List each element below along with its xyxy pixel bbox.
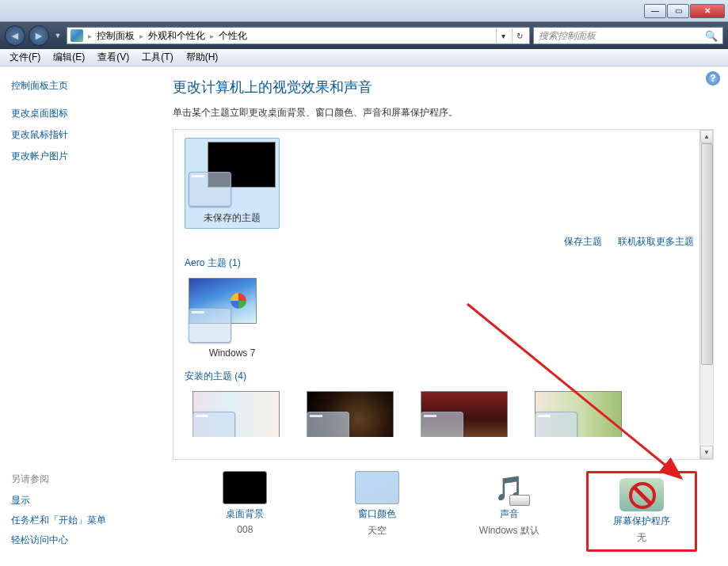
setting-desktop-background[interactable]: 桌面背景 008	[189, 471, 300, 535]
setting-value: Windows 默认	[479, 524, 539, 538]
navbar: ◄ ► ▼ ▸ 控制面板 ▸ 外观和个性化 ▸ 个性化 ▾ ↻ 搜索控制面板 🔍	[0, 22, 728, 49]
setting-value: 无	[637, 531, 646, 545]
sidebar-ease-of-access[interactable]: 轻松访问中心	[11, 534, 147, 547]
menu-tools[interactable]: 工具(T)	[135, 49, 179, 66]
sidebar: 控制面板主页 更改桌面图标 更改鼠标指针 更改帐户图片 另请参阅 显示 任务栏和…	[0, 66, 158, 566]
breadcrumb-sep: ▸	[210, 32, 214, 40]
theme-installed-3[interactable]	[413, 388, 516, 445]
menu-edit[interactable]: 编辑(E)	[47, 49, 91, 66]
theme-installed-4[interactable]	[527, 388, 630, 445]
control-panel-icon	[71, 29, 83, 42]
breadcrumb-appearance[interactable]: 外观和个性化	[148, 29, 205, 43]
sidebar-see-also: 另请参阅	[11, 473, 147, 486]
sidebar-display[interactable]: 显示	[11, 494, 147, 507]
content: ? 更改计算机上的视觉效果和声音 单击某个主题立即更改桌面背景、窗口颜色、声音和…	[158, 66, 728, 566]
scroll-down-button[interactable]: ▼	[700, 446, 713, 459]
close-button[interactable]: ✕	[690, 4, 725, 18]
back-button[interactable]: ◄	[5, 25, 25, 46]
refresh-button[interactable]: ↻	[512, 28, 526, 43]
setting-value: 008	[237, 524, 253, 535]
theme-list: 未保存的主题 保存主题 联机获取更多主题 Aero 主题 (1) Windows…	[173, 129, 714, 460]
menu-view[interactable]: 查看(V)	[91, 49, 135, 66]
forward-button[interactable]: ►	[29, 25, 49, 46]
breadcrumb-sep: ▸	[139, 32, 143, 40]
theme-installed-1[interactable]	[185, 388, 288, 445]
sidebar-change-account-picture[interactable]: 更改帐户图片	[11, 150, 147, 163]
titlebar: — ▭ ✕	[0, 0, 728, 22]
setting-screensaver[interactable]: 屏幕保护程序 无	[586, 471, 697, 552]
address-dropdown[interactable]: ▾	[496, 28, 510, 43]
page-title: 更改计算机上的视觉效果和声音	[173, 78, 714, 97]
setting-window-color[interactable]: 窗口颜色 天空	[322, 471, 433, 538]
scroll-up-button[interactable]: ▲	[700, 130, 713, 143]
menu-help[interactable]: 帮助(H)	[180, 49, 225, 66]
setting-value: 天空	[368, 524, 387, 538]
setting-label: 屏幕保护程序	[613, 515, 670, 528]
scrollbar[interactable]: ▲ ▼	[699, 130, 713, 459]
body: 控制面板主页 更改桌面图标 更改鼠标指针 更改帐户图片 另请参阅 显示 任务栏和…	[0, 66, 728, 566]
theme-installed-2[interactable]	[299, 388, 402, 445]
sidebar-taskbar-start[interactable]: 任务栏和「开始」菜单	[11, 514, 147, 527]
setting-label: 声音	[500, 507, 519, 521]
breadcrumb-root[interactable]: 控制面板	[97, 29, 135, 43]
sidebar-change-mouse-pointers[interactable]: 更改鼠标指针	[11, 128, 147, 142]
section-installed: 安装的主题 (4)	[185, 370, 702, 383]
address-bar[interactable]: ▸ 控制面板 ▸ 外观和个性化 ▸ 个性化 ▾ ↻	[67, 27, 530, 44]
help-button[interactable]: ?	[706, 71, 720, 85]
window-color-icon	[355, 471, 399, 504]
personalization-window: — ▭ ✕ ◄ ► ▼ ▸ 控制面板 ▸ 外观和个性化 ▸ 个性化 ▾ ↻ 搜索…	[0, 0, 728, 566]
desktop-background-icon	[223, 471, 267, 504]
section-aero: Aero 主题 (1)	[185, 256, 702, 270]
setting-sound[interactable]: 🎵 声音 Windows 默认	[454, 471, 565, 538]
theme-label: Windows 7	[209, 348, 256, 359]
breadcrumb-personalization[interactable]: 个性化	[219, 29, 247, 43]
maximize-button[interactable]: ▭	[667, 4, 689, 18]
setting-label: 桌面背景	[226, 507, 264, 521]
menu-file[interactable]: 文件(F)	[3, 49, 47, 66]
sidebar-home[interactable]: 控制面板主页	[11, 79, 147, 93]
theme-windows7[interactable]: Windows 7	[185, 275, 280, 362]
breadcrumb-sep: ▸	[88, 32, 92, 40]
theme-label: 未保存的主题	[204, 211, 261, 225]
search-placeholder: 搜索控制面板	[539, 29, 596, 43]
page-subtitle: 单击某个主题立即更改桌面背景、窗口颜色、声音和屏幕保护程序。	[173, 106, 714, 120]
link-save-theme[interactable]: 保存主题	[564, 235, 602, 249]
settings-row: 桌面背景 008 窗口颜色 天空 🎵 声音 Windows 默认	[173, 460, 714, 566]
nav-history-dropdown[interactable]: ▼	[52, 28, 63, 43]
menubar: 文件(F) 编辑(E) 查看(V) 工具(T) 帮助(H)	[0, 49, 728, 66]
search-icon[interactable]: 🔍	[705, 30, 718, 42]
scroll-thumb[interactable]	[701, 143, 713, 365]
screensaver-icon	[619, 478, 664, 511]
search-input[interactable]: 搜索控制面板 🔍	[533, 27, 723, 44]
sound-icon: 🎵	[487, 471, 532, 504]
sidebar-change-desktop-icons[interactable]: 更改桌面图标	[11, 107, 147, 120]
minimize-button[interactable]: —	[644, 4, 666, 18]
theme-unsaved[interactable]: 未保存的主题	[185, 138, 280, 229]
link-get-more-themes[interactable]: 联机获取更多主题	[618, 235, 694, 249]
setting-label: 窗口颜色	[358, 507, 396, 521]
